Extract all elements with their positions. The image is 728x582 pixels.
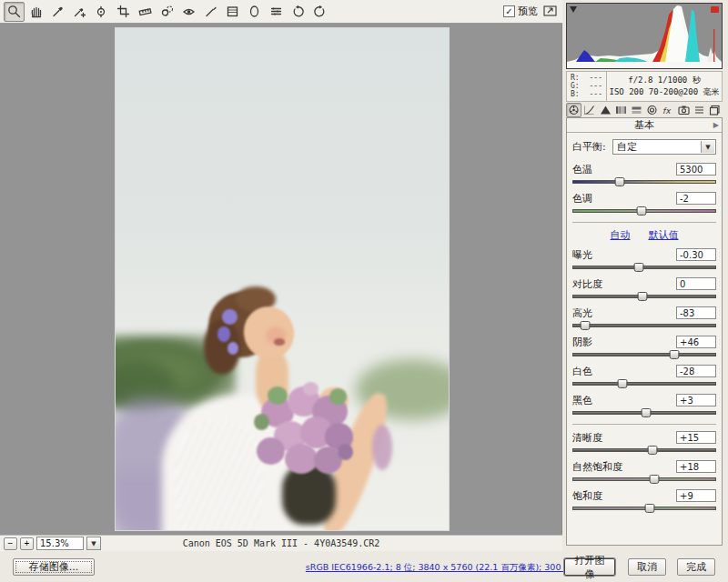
white-balance-label: 白平衡:: [572, 140, 612, 154]
slider-thumb[interactable]: [581, 321, 591, 330]
status-bar: − + 15.3% ▼ Canon EOS 5D Mark III - 4Y0A…: [0, 535, 562, 551]
white-balance-tool-icon[interactable]: [47, 2, 68, 22]
tab-basic-icon[interactable]: [566, 103, 581, 117]
open-image-button[interactable]: 打开图像: [564, 558, 615, 576]
default-link[interactable]: 默认值: [649, 228, 679, 242]
preview-canvas[interactable]: [0, 24, 562, 535]
rgb-channel-label: B:: [571, 90, 580, 98]
color-sampler-tool-icon[interactable]: [69, 2, 90, 22]
zoom-tool-icon[interactable]: [4, 2, 25, 22]
slider-value-field[interactable]: -2: [676, 192, 716, 205]
preferences-tool-icon[interactable]: [266, 2, 287, 22]
zoom-in-button[interactable]: +: [20, 537, 34, 550]
tab-effects-icon[interactable]: fx: [660, 103, 675, 117]
white-balance-row: 白平衡: 自定 ▼: [572, 139, 716, 155]
rotate-left-tool-icon[interactable]: [288, 2, 308, 22]
slider-value-field[interactable]: +9: [676, 489, 716, 502]
slider-value-field[interactable]: -28: [676, 365, 716, 377]
tab-lens-corrections-icon[interactable]: [644, 103, 660, 117]
slider-value-field[interactable]: -83: [676, 306, 716, 319]
slider-value-field[interactable]: +18: [676, 460, 716, 473]
histogram-plot: [567, 4, 722, 68]
slider-track[interactable]: [572, 408, 716, 417]
save-image-button[interactable]: 存储图像...: [13, 558, 95, 576]
tab-split-toning-icon[interactable]: [629, 103, 644, 117]
straighten-tool-icon[interactable]: [135, 2, 156, 22]
slider-track[interactable]: [572, 292, 716, 301]
shadow-clipping-icon[interactable]: [570, 6, 577, 13]
slider-row: 色温5300: [572, 162, 716, 186]
tab-presets-icon[interactable]: [692, 103, 707, 117]
photo-hair-flower: [217, 326, 231, 342]
slider-value-field[interactable]: +15: [676, 431, 716, 444]
panel-header: 基本 ▶: [567, 118, 722, 133]
slider-value-field[interactable]: 5300: [676, 163, 716, 176]
preview-toggle[interactable]: ✓ 预览: [503, 5, 538, 18]
svg-text:fx: fx: [662, 106, 672, 115]
slider-track[interactable]: [572, 177, 716, 186]
slider-track[interactable]: [572, 379, 716, 388]
tone-sliders-group: 曝光-0.30对比度0高光-83阴影+46白色-28黑色+3: [572, 247, 716, 417]
slider-value-field[interactable]: 0: [676, 277, 716, 290]
slider-value-field[interactable]: +3: [676, 394, 716, 406]
slider-track[interactable]: [572, 446, 716, 455]
slider-thumb[interactable]: [648, 446, 658, 455]
panel-menu-icon[interactable]: ▶: [713, 121, 719, 129]
slider-thumb[interactable]: [670, 350, 680, 359]
exif-exposure: f/2.8 1/1000 秒: [628, 75, 700, 86]
crop-tool-icon[interactable]: [113, 2, 134, 22]
slider-thumb[interactable]: [641, 408, 651, 417]
tab-hsl-grayscale-icon[interactable]: [613, 103, 629, 117]
auto-link[interactable]: 自动: [611, 228, 631, 242]
slider-thumb[interactable]: [650, 475, 660, 484]
zoom-level-field[interactable]: 15.3%: [36, 537, 84, 550]
radial-filter-tool-icon[interactable]: [244, 2, 265, 22]
slider-value-field[interactable]: -0.30: [676, 248, 716, 261]
slider-label: 黑色: [572, 394, 592, 407]
panel-tabs: fx: [566, 103, 723, 117]
slider-label: 高光: [572, 306, 592, 320]
graduated-filter-tool-icon[interactable]: [222, 2, 243, 22]
spot-removal-tool-icon[interactable]: [157, 2, 177, 22]
slider-thumb[interactable]: [645, 504, 655, 513]
slider-value-field[interactable]: +46: [676, 336, 716, 348]
slider-thumb[interactable]: [615, 177, 625, 186]
slider-track[interactable]: [572, 475, 716, 484]
toolbar-right: ✓ 预览: [503, 5, 559, 19]
tab-tone-curve-icon[interactable]: [581, 103, 597, 117]
zoom-out-button[interactable]: −: [4, 537, 17, 550]
preview-checkbox[interactable]: ✓: [503, 5, 515, 17]
hand-tool-icon[interactable]: [25, 2, 46, 22]
rgb-channel-label: R:: [571, 74, 580, 82]
done-button[interactable]: 完成: [677, 558, 715, 576]
slider-row: 高光-83: [572, 306, 716, 330]
slider-track[interactable]: [572, 206, 716, 216]
slider-track[interactable]: [572, 504, 716, 513]
slider-track[interactable]: [572, 263, 716, 272]
preview-image[interactable]: [116, 28, 449, 530]
photo-bouquet-flower: [329, 388, 347, 405]
white-balance-select[interactable]: 自定 ▼: [612, 139, 716, 155]
red-eye-tool-icon[interactable]: [178, 2, 199, 22]
rgb-channel-value: ---: [590, 90, 602, 98]
adjustment-brush-tool-icon[interactable]: [200, 2, 221, 22]
tool-group: [4, 2, 330, 22]
fullscreen-toggle-icon[interactable]: [543, 5, 557, 19]
slider-thumb[interactable]: [636, 206, 646, 216]
toolbar: ✓ 预览: [0, 0, 562, 24]
slider-thumb[interactable]: [618, 379, 628, 388]
targeted-adjustment-tool-icon[interactable]: [91, 2, 112, 22]
slider-thumb[interactable]: [633, 263, 643, 272]
rotate-right-tool-icon[interactable]: [309, 2, 330, 22]
slider-track[interactable]: [572, 350, 716, 359]
slider-thumb[interactable]: [638, 292, 648, 301]
tab-snapshots-icon[interactable]: [707, 103, 723, 117]
cancel-button[interactable]: 取消: [628, 558, 666, 576]
highlight-clipping-icon[interactable]: [711, 6, 719, 13]
zoom-level-dropdown-icon[interactable]: ▼: [86, 537, 101, 550]
photo-smile: [274, 338, 285, 346]
tab-camera-calibration-icon[interactable]: [675, 103, 691, 117]
slider-track[interactable]: [572, 321, 716, 330]
slider-label: 对比度: [572, 277, 602, 291]
tab-detail-icon[interactable]: [597, 103, 612, 117]
